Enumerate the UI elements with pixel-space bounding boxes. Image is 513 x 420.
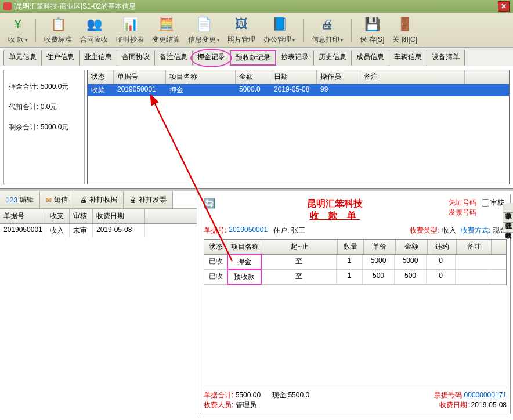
receipt-panel: 审核 🔄 昆明汇笨科技 收 款 单 凭证号码 发票号码 单据号: 2019050… bbox=[200, 194, 511, 414]
tab-押金记录[interactable]: 押金记录 bbox=[192, 50, 230, 66]
grid-header-cell: 金额 bbox=[236, 70, 270, 84]
grid-header-cell: 日期 bbox=[270, 70, 317, 84]
tab-住户信息[interactable]: 住户信息 bbox=[41, 50, 80, 66]
remain-total: 剩余合计: 5000.0元 bbox=[9, 122, 80, 132]
tab-车辆信息[interactable]: 车辆信息 bbox=[389, 50, 427, 66]
deduct-total: 代扣合计: 0.0元 bbox=[9, 102, 80, 112]
main-toolbar: ¥收 款▾📋收费标准👥合同应收📊临时抄表🧮变更结算📄信息变更▾🖼照片管理📘办公管… bbox=[0, 13, 513, 48]
app-icon bbox=[3, 2, 12, 10]
receipt-title: 收 款 单 bbox=[221, 210, 449, 222]
tab-成员信息[interactable]: 成员信息 bbox=[351, 50, 389, 66]
grid-row[interactable]: 收款2019050001押金5000.02019-05-0899 bbox=[88, 84, 509, 96]
toolbar-办公管理[interactable]: 📘办公管理▾ bbox=[261, 14, 297, 46]
audit-checkbox[interactable]: 审核 bbox=[482, 198, 504, 208]
deposit-total: 押金合计: 5000.0元 bbox=[9, 82, 80, 92]
toolbar-关 闭[C][interactable]: 🚪关 闭[C] bbox=[390, 14, 420, 46]
tab-备注信息[interactable]: 备注信息 bbox=[154, 50, 193, 66]
receipt-company: 昆明汇笨科技 bbox=[221, 198, 449, 210]
reprint-receipt-button[interactable]: 🖨补打收据 bbox=[74, 191, 124, 208]
toolbar-收费标准[interactable]: 📋收费标准 bbox=[42, 14, 74, 46]
side-tab-收款凭证[interactable]: 收款凭证 bbox=[503, 213, 513, 223]
tab-单元信息[interactable]: 单元信息 bbox=[3, 50, 42, 66]
toolbar-照片管理[interactable]: 🖼照片管理 bbox=[225, 14, 258, 46]
tab-抄表记录[interactable]: 抄表记录 bbox=[276, 50, 314, 66]
deposit-grid: 状态单据号项目名称金额日期操作员备注 收款2019050001押金5000.02… bbox=[87, 70, 510, 184]
tab-历史信息[interactable]: 历史信息 bbox=[313, 50, 352, 66]
titlebar: [昆明汇笨科技·商业区]S1-02的基本信息 ✕ bbox=[0, 0, 513, 13]
receipt-list-row[interactable]: 2019050001收入未审2019-05-08 bbox=[0, 224, 197, 237]
tab-预收款记录[interactable]: 预收款记录 bbox=[230, 50, 276, 66]
tab-业主信息[interactable]: 业主信息 bbox=[79, 50, 117, 66]
toolbar-保 存[S][interactable]: 💾保 存[S] bbox=[357, 14, 386, 46]
toolbar-临时抄表[interactable]: 📊临时抄表 bbox=[114, 14, 146, 46]
side-tab-收款单据[interactable]: 收款单据 bbox=[503, 203, 513, 213]
grid-header-cell: 备注 bbox=[360, 70, 465, 84]
tab-bar: 单元信息住户信息业主信息合同协议备注信息押金记录预收款记录抄表记录历史信息成员信… bbox=[0, 48, 513, 66]
toolbar-信息变更[interactable]: 📄信息变更▾ bbox=[186, 14, 222, 46]
left-panel: 123编辑 ✉短信 🖨补打收据 🖨补打发票 单据号收支审核收费日期 201905… bbox=[0, 191, 197, 417]
detail-row[interactable]: 已收押金至1500050000 bbox=[204, 255, 506, 270]
reprint-invoice-button[interactable]: 🖨补打发票 bbox=[124, 191, 173, 208]
toolbar-合同应收[interactable]: 👥合同应收 bbox=[78, 14, 110, 46]
refresh-icon[interactable]: 🔄 bbox=[204, 198, 215, 209]
grid-header-cell: 项目名称 bbox=[166, 70, 236, 84]
doc-no: 2019050001 bbox=[229, 226, 268, 236]
tenant-name: 张三 bbox=[291, 226, 305, 236]
edit-button[interactable]: 123编辑 bbox=[0, 191, 40, 208]
grid-header-cell: 单据号 bbox=[114, 70, 166, 84]
close-button[interactable]: ✕ bbox=[498, 1, 510, 12]
sms-button[interactable]: ✉短信 bbox=[40, 191, 74, 208]
side-tabs: 收款单据收款凭证收款明细 bbox=[503, 203, 513, 233]
tab-设备清单[interactable]: 设备清单 bbox=[427, 50, 465, 66]
grid-header-cell: 操作员 bbox=[317, 70, 360, 84]
side-tab-收款明细[interactable]: 收款明细 bbox=[503, 223, 513, 233]
grid-header-cell: 状态 bbox=[88, 70, 114, 84]
invoice-label: 发票号码 bbox=[449, 208, 507, 218]
tab-合同协议[interactable]: 合同协议 bbox=[117, 50, 155, 66]
window-title: [昆明汇笨科技·商业区]S1-02的基本信息 bbox=[14, 2, 136, 12]
detail-table: 状态项目名称起~止数量单价金额违约备注 已收押金至1500050000已收预收款… bbox=[204, 239, 507, 285]
summary-panel: 押金合计: 5000.0元 代扣合计: 0.0元 剩余合计: 5000.0元 bbox=[3, 70, 85, 184]
toolbar-信息打印[interactable]: 🖨信息打印▾ bbox=[309, 14, 345, 46]
toolbar-变更结算[interactable]: 🧮变更结算 bbox=[150, 14, 182, 46]
detail-row[interactable]: 已收预收款至15005000 bbox=[204, 270, 506, 285]
toolbar-收 款[interactable]: ¥收 款▾ bbox=[6, 14, 30, 46]
